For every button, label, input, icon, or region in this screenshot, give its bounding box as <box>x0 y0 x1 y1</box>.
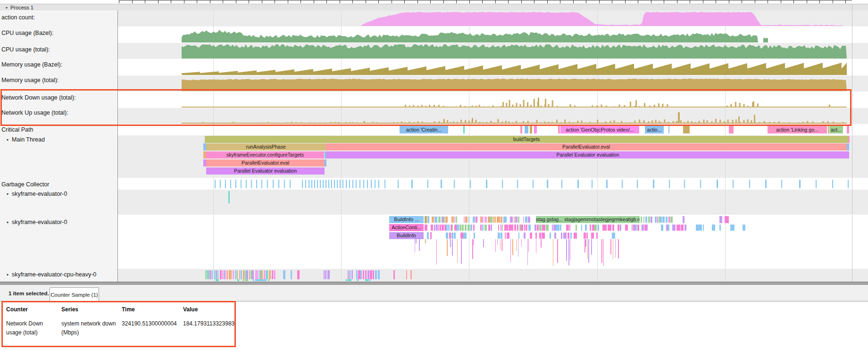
timeline-span[interactable] <box>349 270 351 279</box>
timeline-span[interactable] <box>618 239 619 258</box>
timeline-span[interactable] <box>541 239 542 248</box>
timeline-span[interactable] <box>641 217 642 223</box>
timeline-span[interactable] <box>415 239 415 252</box>
timeline-span-parallelevaluator-eval[interactable]: ParallelEvaluator.eval <box>206 159 325 167</box>
timeline-span[interactable] <box>552 225 553 231</box>
timeline-span[interactable] <box>224 270 225 279</box>
timeline-span[interactable] <box>530 126 532 133</box>
timeline-span[interactable] <box>498 233 500 239</box>
gc-event[interactable] <box>454 180 455 188</box>
timeline-span[interactable] <box>719 216 722 223</box>
timeline-span[interactable] <box>497 217 500 223</box>
timeline-span[interactable] <box>528 225 531 231</box>
gc-event[interactable] <box>230 180 231 188</box>
timeline-span[interactable] <box>250 270 252 279</box>
timeline-span[interactable] <box>525 126 528 133</box>
timeline-span[interactable] <box>231 270 232 279</box>
timeline-span[interactable] <box>463 233 467 239</box>
timeline-span[interactable] <box>525 217 528 223</box>
timeline-span[interactable] <box>625 225 628 231</box>
timeline-span[interactable] <box>521 225 523 231</box>
gc-event[interactable] <box>733 180 734 188</box>
timeline-span[interactable] <box>452 225 453 231</box>
gc-event[interactable] <box>371 180 372 188</box>
gc-event[interactable] <box>717 180 718 188</box>
timeline-span[interactable] <box>518 217 519 223</box>
timeline-span[interactable] <box>360 270 362 279</box>
timeline-span[interactable] <box>226 270 228 279</box>
gc-event[interactable] <box>320 180 321 188</box>
timeline-span[interactable] <box>348 270 349 279</box>
timeline-span[interactable] <box>576 225 577 231</box>
gc-event[interactable] <box>799 180 801 188</box>
counter-chart-memory-usage-bazel[interactable] <box>0 59 868 75</box>
timeline-span[interactable] <box>426 225 427 231</box>
timeline-span[interactable] <box>536 239 537 253</box>
timeline-span[interactable] <box>507 233 509 239</box>
timeline-span[interactable] <box>528 239 529 252</box>
timeline-span[interactable] <box>661 225 663 231</box>
timeline-span[interactable] <box>236 270 238 279</box>
timeline-span[interactable] <box>563 233 567 239</box>
gc-event[interactable] <box>561 180 562 188</box>
gc-event[interactable] <box>486 180 487 188</box>
timeline-span[interactable] <box>464 217 465 223</box>
gc-event[interactable] <box>502 180 503 188</box>
timeline-span[interactable] <box>554 233 556 239</box>
timeline-span[interactable] <box>517 225 518 231</box>
timeline-span[interactable] <box>557 225 559 231</box>
sidebar-row-cpu-usage-total[interactable]: CPU usage (total): <box>0 46 116 53</box>
counter-chart-cpu-usage-total[interactable] <box>0 43 868 59</box>
timeline-span[interactable] <box>217 270 218 279</box>
timeline-span[interactable] <box>378 270 380 279</box>
timeline-span[interactable] <box>601 239 602 263</box>
timeline-span[interactable] <box>450 239 451 247</box>
timeline-span[interactable] <box>325 159 326 167</box>
timeline-span[interactable] <box>534 126 537 133</box>
gc-event[interactable] <box>323 180 324 188</box>
timeline-span[interactable] <box>683 126 690 133</box>
timeline-span[interactable] <box>465 217 467 223</box>
gc-event[interactable] <box>653 180 654 188</box>
gc-event[interactable] <box>781 180 782 188</box>
timeline-span[interactable] <box>233 270 234 279</box>
timeline-span[interactable] <box>239 270 241 279</box>
timeline-span[interactable] <box>523 217 524 223</box>
timeline-span-action-linking-go-[interactable]: action 'Linking go... <box>768 126 827 133</box>
timeline-span[interactable] <box>660 217 662 223</box>
timeline-span[interactable] <box>242 279 244 281</box>
timeline-span[interactable] <box>264 270 266 279</box>
sidebar-row-garbage-collector[interactable]: Garbage Collector <box>0 181 116 188</box>
timeline-span[interactable] <box>249 270 250 279</box>
gc-event[interactable] <box>684 180 685 188</box>
timeline-span[interactable] <box>596 233 598 239</box>
timeline-span[interactable] <box>719 225 721 231</box>
evaluator-event[interactable] <box>228 191 230 203</box>
sidebar-row-network-up-usage-total[interactable]: Network Up usage (total): <box>0 109 116 117</box>
timeline-span[interactable] <box>676 225 680 231</box>
timeline-span[interactable] <box>375 270 377 279</box>
timeline-span[interactable] <box>253 279 254 281</box>
timeline-span[interactable] <box>569 225 570 231</box>
timeline-span[interactable] <box>461 239 462 264</box>
gc-event[interactable] <box>832 180 833 188</box>
timeline-span[interactable] <box>241 270 242 279</box>
timeline-span[interactable] <box>482 225 484 231</box>
timeline-span[interactable] <box>535 233 537 239</box>
gc-event[interactable] <box>367 180 368 188</box>
timeline-span[interactable] <box>526 225 527 231</box>
timeline-span[interactable] <box>613 239 613 259</box>
timeline-span[interactable] <box>482 217 484 223</box>
sidebar-row-memory-usage-bazel[interactable]: Memory usage (Bazel): <box>0 61 116 68</box>
gc-event[interactable] <box>273 180 274 188</box>
timeline-span[interactable] <box>494 217 496 223</box>
timeline-span[interactable] <box>425 216 427 223</box>
sidebar-row-action-count[interactable]: action count: <box>0 14 116 21</box>
timeline-span[interactable] <box>581 225 582 231</box>
timeline-span[interactable] <box>534 225 536 231</box>
timeline-span[interactable] <box>590 225 591 231</box>
gc-event[interactable] <box>220 180 221 188</box>
timeline-span[interactable] <box>474 233 475 239</box>
timeline-span[interactable] <box>503 217 507 223</box>
timeline-span[interactable] <box>528 217 530 223</box>
